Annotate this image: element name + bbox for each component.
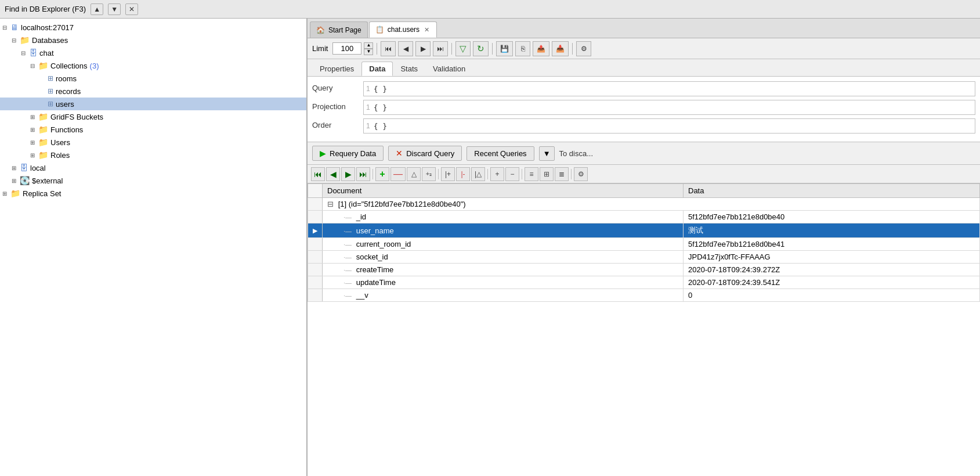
requery-btn[interactable]: ▶ Requery Data: [312, 146, 384, 161]
tree-item-rooms[interactable]: ⊞ rooms: [0, 72, 306, 85]
top-bar-up-btn[interactable]: ▲: [91, 3, 103, 15]
tree-item-records[interactable]: ⊞ records: [0, 85, 306, 98]
filter-btn[interactable]: ▽: [455, 41, 471, 56]
row-num-createtime: [308, 264, 323, 276]
table-row-updatetime[interactable]: ·— updateTime 2020-07-18T09:24:39.541Z: [308, 276, 980, 289]
tree-item-replicaset[interactable]: ⊞ 📁 Replica Set: [0, 187, 306, 200]
top-bar-close-btn[interactable]: ✕: [125, 3, 138, 15]
expand-icon-replicaset[interactable]: ⊞: [2, 190, 10, 197]
row-num-v: [308, 289, 323, 302]
data-insertedit-btn[interactable]: |△: [471, 167, 485, 181]
limit-input[interactable]: [332, 42, 361, 55]
tree-item-localhost[interactable]: ⊟ 🖥 localhost:27017: [0, 21, 306, 34]
data-remove-btn[interactable]: —: [390, 167, 406, 181]
top-bar-down-btn[interactable]: ▼: [108, 3, 121, 15]
tab-startpage[interactable]: 🏠 Start Page: [310, 21, 368, 38]
expand-icon-users2[interactable]: ⊞: [30, 139, 38, 146]
table-row-root[interactable]: ⊟ [1] (id="5f12bfd7ee7bb121e8d0be40"): [308, 198, 980, 211]
tab-validation[interactable]: Validation: [425, 62, 473, 76]
root-doc-cell[interactable]: ⊟ [1] (id="5f12bfd7ee7bb121e8d0be40"): [323, 198, 980, 211]
field-name-v[interactable]: ·— __v: [323, 289, 684, 302]
tree-label-external: $external: [32, 176, 63, 185]
field-name-createtime[interactable]: ·— createTime: [323, 264, 684, 276]
tab-chatusers-close[interactable]: ✕: [423, 26, 431, 34]
table-row-socketid[interactable]: ·— socket_id JPD41z7jx0fTc-FFAAAG: [308, 251, 980, 264]
folder-icon-functions: 📁: [38, 125, 48, 134]
skip-first-btn[interactable]: ⏮: [381, 41, 396, 56]
order-input-wrapper[interactable]: 1 { }: [363, 118, 975, 134]
order-row: Order 1 { }: [312, 118, 975, 134]
tree-label-functions: Functions: [50, 125, 83, 134]
tree-item-external[interactable]: ⊞ 💽 $external: [0, 174, 306, 187]
expand-icon-functions[interactable]: ⊞: [30, 127, 38, 133]
col-data-header[interactable]: Data: [684, 184, 980, 198]
data-add-btn[interactable]: +: [375, 167, 389, 181]
tree-label-users: users: [56, 100, 74, 109]
tree-item-databases[interactable]: ⊟ 📁 Databases: [0, 34, 306, 46]
tab-stats[interactable]: Stats: [393, 62, 425, 76]
copy-btn[interactable]: ⎘: [515, 41, 530, 56]
limit-up-btn[interactable]: ▲: [364, 42, 373, 49]
tree-item-collections[interactable]: ⊟ 📁 Collections (3): [0, 59, 306, 72]
skip-last-btn[interactable]: ⏭: [433, 41, 448, 56]
startpage-tab-icon: 🏠: [316, 26, 325, 34]
expand-icon-local[interactable]: ⊞: [12, 165, 20, 171]
data-tree-view-btn[interactable]: ≡: [525, 167, 538, 181]
expand-icon-roles[interactable]: ⊞: [30, 152, 38, 158]
data-add2-btn[interactable]: +₂: [422, 167, 436, 181]
field-name-socketid[interactable]: ·— socket_id: [323, 251, 684, 264]
table-row-username[interactable]: ▶ ·— user_name 测试: [308, 223, 980, 238]
table-row-roomid[interactable]: ·— current_room_id 5f12bfd7ee7bb121e8d0b…: [308, 238, 980, 251]
tree-item-gridfs[interactable]: ⊞ 📁 GridFS Buckets: [0, 110, 306, 123]
tree-item-users2[interactable]: ⊞ 📁 Users: [0, 136, 306, 149]
prev-btn[interactable]: ◀: [398, 41, 413, 56]
tree-item-users[interactable]: ⊞ users: [0, 98, 306, 110]
next-btn[interactable]: ▶: [415, 41, 431, 56]
data-text-view-btn[interactable]: ≣: [555, 167, 569, 181]
save-btn[interactable]: 💾: [496, 41, 513, 56]
expand-icon-external[interactable]: ⊞: [12, 178, 20, 184]
table-row-v[interactable]: ·— __v 0: [308, 289, 980, 302]
col-document-header[interactable]: Document: [323, 184, 684, 198]
export-btn[interactable]: 📤: [533, 41, 549, 56]
data-last-btn[interactable]: ⏭: [356, 167, 370, 181]
data-first-btn[interactable]: ⏮: [311, 167, 325, 181]
recent-dropdown-btn[interactable]: ▼: [539, 146, 555, 161]
import-btn[interactable]: 📥: [552, 41, 569, 56]
tree-item-chat[interactable]: ⊟ 🗄 chat: [0, 46, 306, 59]
data-collapse-btn[interactable]: −: [505, 167, 519, 181]
field-name-id[interactable]: ·— _id: [323, 211, 684, 223]
table-row-id[interactable]: ·— _id 5f12bfd7ee7bb121e8d0be40: [308, 211, 980, 223]
expand-icon-users: [39, 101, 48, 107]
query-input-wrapper[interactable]: 1 { }: [363, 81, 975, 96]
expand-icon-gridfs[interactable]: ⊞: [30, 114, 38, 120]
settings-btn[interactable]: ⚙: [576, 41, 591, 56]
data-options-btn[interactable]: ⚙: [574, 167, 588, 181]
data-insertremove-btn[interactable]: |-: [456, 167, 470, 181]
field-name-username[interactable]: ·— user_name: [323, 223, 684, 238]
tree-item-roles[interactable]: ⊞ 📁 Roles: [0, 149, 306, 161]
data-insert-btn[interactable]: |+: [441, 167, 455, 181]
discard-btn[interactable]: ✕ Discard Query: [388, 146, 462, 161]
tab-chatusers[interactable]: 📋 chat.users ✕: [369, 21, 437, 38]
expand-icon-databases[interactable]: ⊟: [12, 37, 20, 44]
data-edit-btn[interactable]: △: [407, 167, 421, 181]
field-name-roomid[interactable]: ·— current_room_id: [323, 238, 684, 251]
data-next-btn[interactable]: ▶: [341, 167, 355, 181]
refresh-btn[interactable]: ↻: [473, 41, 489, 56]
field-name-updatetime[interactable]: ·— updateTime: [323, 276, 684, 289]
tab-data[interactable]: Data: [361, 62, 393, 76]
data-table-view-btn[interactable]: ⊞: [540, 167, 554, 181]
expand-icon-localhost[interactable]: ⊟: [2, 24, 10, 31]
tab-properties[interactable]: Properties: [312, 62, 361, 76]
tree-item-functions[interactable]: ⊞ 📁 Functions: [0, 123, 306, 136]
recent-queries-btn[interactable]: Recent Queries: [467, 146, 534, 161]
expand-icon-chat[interactable]: ⊟: [21, 50, 29, 56]
projection-input-wrapper[interactable]: 1 { }: [363, 100, 975, 115]
tree-item-local[interactable]: ⊞ 🗄 local: [0, 161, 306, 174]
expand-icon-collections[interactable]: ⊟: [30, 63, 38, 69]
data-expand-btn[interactable]: +: [490, 167, 504, 181]
limit-down-btn[interactable]: ▼: [364, 49, 373, 55]
data-prev-btn[interactable]: ◀: [326, 167, 340, 181]
table-row-createtime[interactable]: ·— createTime 2020-07-18T09:24:39.272Z: [308, 264, 980, 276]
